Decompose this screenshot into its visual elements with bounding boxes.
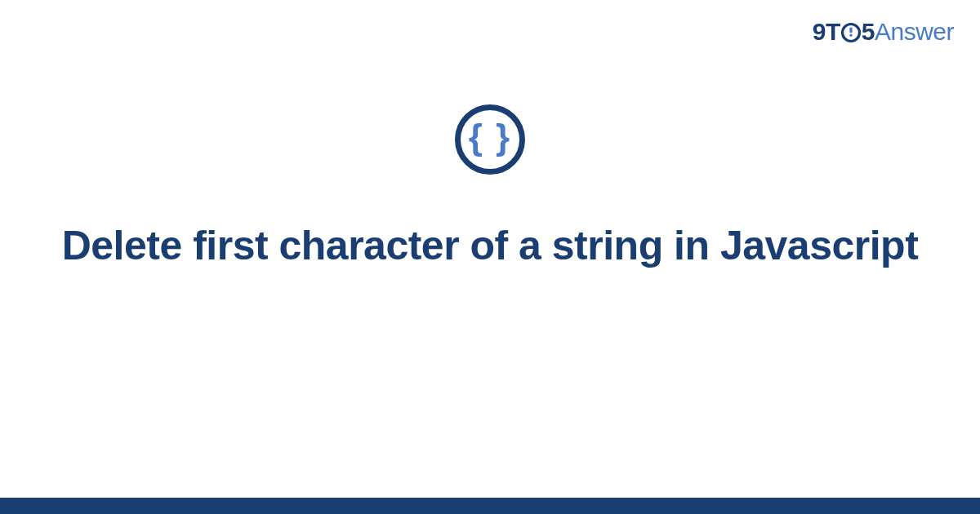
code-braces-glyph: { } — [469, 117, 511, 157]
brand-text-5: 5 — [862, 18, 875, 45]
svg-rect-1 — [849, 28, 852, 33]
brand-text-answer: Answer — [875, 18, 954, 45]
brand-o-icon — [840, 19, 862, 47]
main-content: { } Delete first character of a string i… — [0, 104, 980, 272]
page-title: Delete first character of a string in Ja… — [62, 220, 919, 272]
brand-logo: 9T5Answer — [813, 18, 954, 46]
footer-accent-bar — [0, 498, 980, 514]
svg-rect-2 — [849, 34, 852, 37]
code-braces-icon: { } — [455, 104, 525, 175]
brand-text-9t: 9T — [813, 18, 840, 45]
